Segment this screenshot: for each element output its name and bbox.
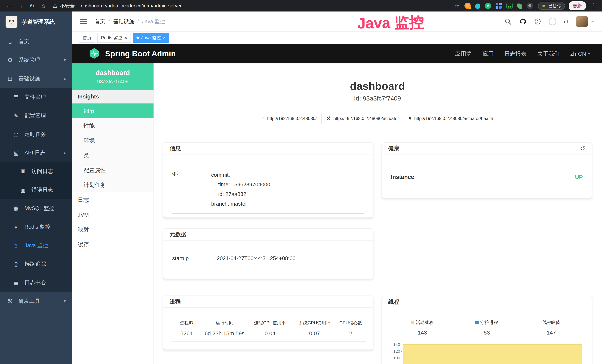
sidebar-item-redis-monitor[interactable]: ◈ Redis 监控 <box>0 218 72 236</box>
fullscreen-icon[interactable] <box>549 18 556 25</box>
extension-icon-grid[interactable] <box>495 3 502 9</box>
sidebar-item-system[interactable]: ⚙ 系统管理 ▾ <box>0 51 72 69</box>
sba-item-logs[interactable]: 日志 <box>72 193 153 207</box>
service-url-link[interactable]: ⌂ http://192.168.0.2:48080/ <box>257 113 322 124</box>
process-card-title: 进程 <box>170 298 181 305</box>
sba-item-jvm[interactable]: JVM <box>72 207 153 222</box>
sidebar-item-label: 系统管理 <box>19 56 59 64</box>
sidebar-item-mysql-monitor[interactable]: ▦ MySQL 监控 <box>0 199 72 218</box>
browser-home-button[interactable]: ⌂ <box>39 0 48 11</box>
sba-sidebar: dashboard 93a3fc7f7409 Insights 细节 性能 环境… <box>72 64 154 364</box>
sidebar-item-error-log[interactable]: ▣ 错误日志 <box>0 181 72 199</box>
gear-icon: ⚙ <box>6 57 14 64</box>
sba-item-scheduled-tasks[interactable]: 计划任务 <box>72 178 153 193</box>
sidebar-item-dev-tools[interactable]: ⚒ 研发工具 ▾ <box>0 292 72 310</box>
sidebar-item-config-manage[interactable]: ✎ 配置管理 <box>0 107 72 125</box>
hamburger-icon[interactable] <box>80 18 87 25</box>
sidebar-item-label: 定时任务 <box>24 130 66 138</box>
extension-icon-paw[interactable] <box>527 3 533 9</box>
sba-nav-about[interactable]: 关于我们 <box>537 50 559 58</box>
grid-icon: ⊞ <box>6 75 14 82</box>
address-bar[interactable]: ⚠ 不安全 dashboard.yudao.iocoder.cn/infra/a… <box>53 3 182 9</box>
sidebar-item-java-monitor[interactable]: ♨ Java 监控 <box>0 236 72 255</box>
breadcrumb-current: Java 监控 <box>142 18 165 25</box>
user-avatar[interactable] <box>576 16 588 27</box>
tab-java-monitor[interactable]: Java 监控 × <box>133 33 169 43</box>
sba-item-environment[interactable]: 环境 <box>72 133 153 148</box>
sba-item-details[interactable]: 细节 <box>72 104 153 118</box>
app-logo-row: 芋道管理系统 <box>0 11 72 32</box>
security-label[interactable]: 不安全 <box>60 3 75 9</box>
sba-nav-wallboard[interactable]: 应用墙 <box>455 50 472 58</box>
link-label: http://192.168.0.2:48080/ <box>267 116 317 121</box>
browser-forward-button[interactable]: → <box>16 0 25 11</box>
chevron-up-icon: ▴ <box>64 150 66 155</box>
tab-home[interactable]: 首页 <box>79 33 95 43</box>
breadcrumb-infra[interactable]: 基础设施 <box>113 18 134 25</box>
bookmark-star-icon[interactable]: ☆ <box>454 3 459 9</box>
sidebar-item-api-log[interactable]: ▧ API 日志 ▴ <box>0 143 72 162</box>
sba-item-config-props[interactable]: 配置属性 <box>72 163 153 178</box>
health-url-link[interactable]: ♥ http://192.168.0.2:48080/actuator/heal… <box>404 113 498 124</box>
breadcrumb-home[interactable]: 首页 <box>95 18 105 25</box>
home-icon: ⌂ <box>6 38 14 45</box>
extension-icon-drop[interactable] <box>475 3 480 9</box>
threads-chart-plot <box>402 341 583 361</box>
sidebar-item-log-center[interactable]: ▤ 日志中心 <box>0 273 72 292</box>
sba-brand-title[interactable]: Spring Boot Admin <box>105 49 176 58</box>
sba-nav-applications[interactable]: 应用 <box>483 50 494 58</box>
security-warning-icon: ⚠ <box>53 3 57 9</box>
browser-back-button[interactable]: ← <box>4 0 14 11</box>
chevron-down-icon: ▾ <box>64 57 66 63</box>
sidebar-item-home[interactable]: ⌂ 首页 <box>0 32 72 51</box>
metadata-card-title: 元数据 <box>170 231 186 238</box>
sidebar-item-label: API 日志 <box>24 149 59 157</box>
instance-health-row[interactable]: Instance UP <box>391 174 583 187</box>
sidebar-item-infra[interactable]: ⊞ 基础设施 ▴ <box>0 69 72 88</box>
browser-reload-button[interactable]: ↻ <box>27 0 37 11</box>
sba-nav-journal[interactable]: 日志报表 <box>504 50 527 58</box>
sba-logo-icon <box>88 48 100 60</box>
url-text[interactable]: dashboard.yudao.iocoder.cn/infra/admin-s… <box>81 3 182 9</box>
sba-item-caches[interactable]: 缓存 <box>72 237 153 252</box>
history-icon[interactable]: ↺ <box>580 145 585 152</box>
sidebar-item-file-manage[interactable]: ▤ 文件管理 <box>0 88 72 107</box>
active-dot-icon <box>137 37 139 39</box>
sidebar-item-access-log[interactable]: ▣ 访问日志 <box>0 162 72 181</box>
extension-icon-leaf[interactable] <box>517 3 522 9</box>
help-icon[interactable]: ? <box>534 18 541 25</box>
sba-item-metrics[interactable]: 性能 <box>72 118 153 133</box>
profile-paused-badge[interactable]: ☻ 已暂停 <box>538 2 565 10</box>
breadcrumb-separator: / <box>108 19 110 24</box>
close-icon[interactable]: × <box>125 35 127 40</box>
startup-label: startup <box>172 255 217 261</box>
browser-menu-button[interactable]: ⋮ <box>589 2 598 9</box>
tab-redis-monitor[interactable]: Redis 监控 × <box>97 33 131 43</box>
sidebar-item-tracing[interactable]: ◎ 链路追踪 <box>0 255 72 273</box>
page-title: dashboard <box>163 80 592 92</box>
redis-icon: ◈ <box>12 224 20 230</box>
browser-update-button[interactable]: 更新 <box>569 1 586 11</box>
git-label: git <box>172 170 211 209</box>
sba-item-mappings[interactable]: 映射 <box>72 222 153 237</box>
process-table-header: 进程ID 运行时间 进程CPU使用率 系统CPU使用率 CPU核心数 <box>171 320 366 326</box>
extension-icon-switch[interactable]: on <box>506 3 513 9</box>
sba-item-classes[interactable]: 类 <box>72 148 153 163</box>
sidebar-item-scheduled-jobs[interactable]: ◷ 定时任务 <box>0 125 72 143</box>
actuator-url-link[interactable]: ⚒ http://192.168.0.2:48080/actuator <box>322 113 404 124</box>
sba-locale-select[interactable]: zh-CN ▾ <box>570 51 590 57</box>
font-size-icon[interactable]: тT <box>564 19 569 24</box>
sba-app-name: dashboard <box>74 69 152 77</box>
sba-main-content: dashboard Id: 93a3fc7f7409 ⌂ http://192.… <box>154 64 602 364</box>
sidebar-item-label: 研发工具 <box>19 298 59 305</box>
extension-icon-v[interactable]: V <box>485 3 491 9</box>
eye-icon: ◎ <box>12 260 20 268</box>
github-icon[interactable] <box>519 18 527 25</box>
profile-avatar-icon: ☻ <box>541 3 546 9</box>
clock-icon: ◷ <box>12 131 20 138</box>
sba-app-block[interactable]: dashboard 93a3fc7f7409 <box>72 64 153 90</box>
close-icon[interactable]: × <box>163 35 166 40</box>
search-icon[interactable] <box>504 18 512 25</box>
document-icon: ▣ <box>19 186 27 193</box>
extension-icon-fox[interactable] <box>464 3 471 9</box>
